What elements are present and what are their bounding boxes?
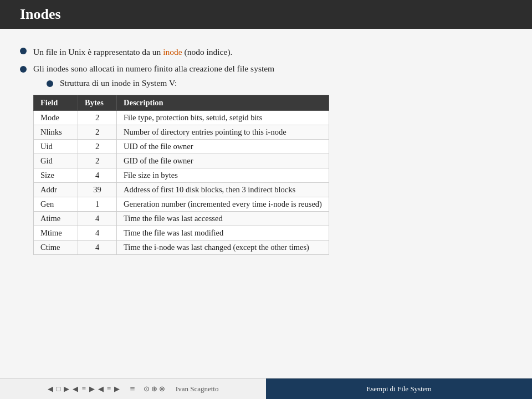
inode-table: Field Bytes Description Mode2File type, … — [33, 95, 329, 255]
col-header-description: Description — [117, 95, 329, 111]
nav-icon-2: ▶ — [64, 385, 69, 393]
table-row: Ctime4Time the i-node was last changed (… — [34, 241, 329, 255]
table-cell-0-0: Mode — [34, 111, 78, 125]
table-cell-1-0: Nlinks — [34, 125, 78, 140]
table-cell-2-0: Uid — [34, 140, 78, 154]
table-cell-7-2: Time the file was last accessed — [117, 212, 329, 226]
table-cell-1-1: 2 — [78, 125, 117, 140]
bottom-right-section: Esempi di File System — [266, 378, 532, 399]
table-cell-1-2: Number of directory entries pointing to … — [117, 125, 329, 140]
bottom-left-section: ◀ □ ▶ ◀ ≡ ▶ ◀ ≡ ▶ ≡ ⊙ ⊕ ⊗ Ivan Scagnetto — [0, 384, 266, 394]
table-cell-3-1: 2 — [78, 154, 117, 168]
bullet-text-1: Un file in Unix è rappresentato da un in… — [33, 45, 232, 58]
nav-arrows: ◀ □ ▶ ◀ ≡ ▶ ◀ ≡ ▶ ≡ ⊙ ⊕ ⊗ Ivan Scagnetto — [48, 384, 219, 394]
table-cell-0-2: File type, protection bits, setuid, setg… — [117, 111, 329, 125]
page-title: Inodes — [20, 6, 61, 23]
bottom-bar: ◀ □ ▶ ◀ ≡ ▶ ◀ ≡ ▶ ≡ ⊙ ⊕ ⊗ Ivan Scagnetto… — [0, 378, 532, 399]
inode-highlight: inode — [163, 47, 182, 57]
col-header-bytes: Bytes — [78, 95, 117, 111]
bullet-item-2: Gli inodes sono allocati in numero finit… — [20, 64, 512, 255]
table-cell-9-2: Time the i-node was last changed (except… — [117, 241, 329, 255]
bullet-dot-2 — [20, 66, 27, 73]
table-row: Nlinks2Number of directory entries point… — [34, 125, 329, 140]
main-content: Un file in Unix è rappresentato da un in… — [0, 29, 532, 255]
table-cell-6-1: 1 — [78, 197, 117, 212]
bullet-dot-1 — [20, 48, 27, 54]
header-bar: Inodes — [0, 0, 532, 29]
table-cell-8-0: Mtime — [34, 226, 78, 241]
table-row: Mode2File type, protection bits, setuid,… — [34, 111, 329, 125]
nav-icon-6: ◀ — [98, 385, 104, 393]
nav-icon-8: ▶ — [114, 385, 120, 393]
table-cell-5-1: 39 — [78, 183, 117, 197]
author-name: Ivan Scagnetto — [176, 385, 219, 393]
nav-icon-5: ▶ — [89, 385, 95, 393]
table-row: Atime4Time the file was last accessed — [34, 212, 329, 226]
table-cell-6-2: Generation number (incremented every tim… — [117, 197, 329, 212]
nav-icon-3: ◀ — [73, 385, 78, 393]
table-cell-0-1: 2 — [78, 111, 117, 125]
table-cell-8-2: Time the file was last modified — [117, 226, 329, 241]
table-cell-4-2: File size in bytes — [117, 168, 329, 183]
table-cell-9-1: 4 — [78, 241, 117, 255]
table-cell-3-0: Gid — [34, 154, 78, 168]
nav-icon-4: ≡ — [81, 385, 85, 393]
table-row: Gid2GID of the file owner — [34, 154, 329, 168]
table-cell-2-2: UID of the file owner — [117, 140, 329, 154]
nav-icon-1: □ — [57, 385, 61, 393]
bullet-dot-sub — [47, 80, 53, 87]
nav-left-icon[interactable]: ◀ — [48, 385, 53, 393]
table-cell-4-1: 4 — [78, 168, 117, 183]
table-cell-2-1: 2 — [78, 140, 117, 154]
table-cell-7-1: 4 — [78, 212, 117, 226]
bullet-text-2: Gli inodes sono allocati in numero finit… — [33, 64, 329, 255]
table-row: Mtime4Time the file was last modified — [34, 226, 329, 241]
sub-bullet: Struttura di un inode in System V: — [47, 78, 329, 88]
bullet-item-1: Un file in Unix è rappresentato da un in… — [20, 45, 512, 58]
table-row: Addr39Address of first 10 disk blocks, t… — [34, 183, 329, 197]
table-cell-8-1: 4 — [78, 226, 117, 241]
table-cell-3-2: GID of the file owner — [117, 154, 329, 168]
table-cell-4-0: Size — [34, 168, 78, 183]
nav-divider-line: ≡ — [130, 384, 135, 394]
sub-bullet-text: Struttura di un inode in System V: — [60, 78, 177, 88]
table-cell-5-0: Addr — [34, 183, 78, 197]
table-cell-7-0: Atime — [34, 212, 78, 226]
nav-zoom-icons: ⊙ ⊕ ⊗ — [144, 385, 166, 393]
table-row: Size4File size in bytes — [34, 168, 329, 183]
table-row: Uid2UID of the file owner — [34, 140, 329, 154]
table-cell-6-0: Gen — [34, 197, 78, 212]
table-cell-5-2: Address of first 10 disk blocks, then 3 … — [117, 183, 329, 197]
col-header-field: Field — [34, 95, 78, 111]
table-row: Gen1Generation number (incremented every… — [34, 197, 329, 212]
footer-right-text: Esempi di File System — [366, 385, 431, 393]
nav-icon-7: ≡ — [107, 385, 111, 393]
table-cell-9-0: Ctime — [34, 241, 78, 255]
